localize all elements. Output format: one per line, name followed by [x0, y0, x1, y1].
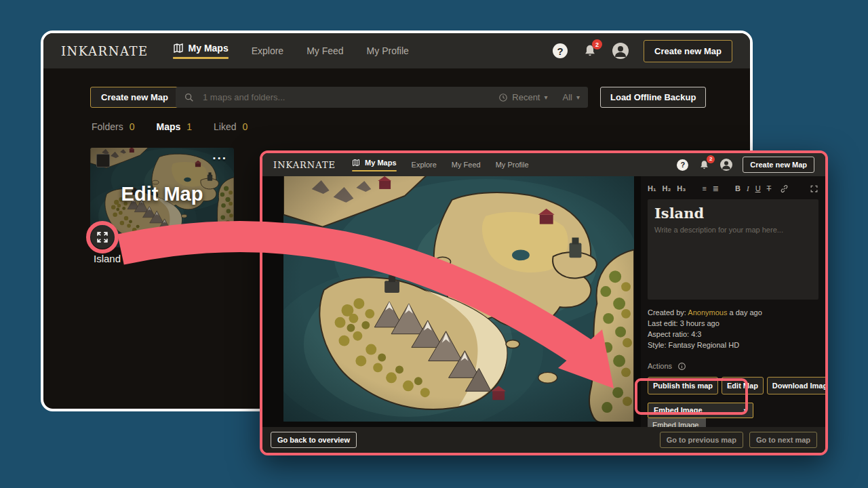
top-nav: INKARNATE My Maps Explore My Feed My Pro… [262, 153, 825, 176]
create-new-map-button[interactable]: Create new Map [644, 40, 732, 62]
description-editor[interactable]: Island Write a description for your map … [648, 199, 818, 300]
sort-dropdown[interactable]: Recent ▾ [498, 92, 547, 102]
bold-icon[interactable]: B [735, 185, 741, 192]
map-preview-area [262, 176, 641, 427]
embed-select-value: Embed Image [654, 406, 703, 414]
caret-down-icon: ▾ [544, 94, 547, 101]
card-expand-button[interactable] [91, 226, 114, 249]
actions-label: Actions [648, 362, 672, 370]
link-icon[interactable] [780, 184, 789, 193]
map-metadata: Created by: Anonymous a day ago Last edi… [648, 308, 818, 351]
create-new-map-button-secondary[interactable]: Create new Map [90, 87, 179, 108]
inkarnate-logo[interactable]: INKARNATE [273, 160, 336, 170]
user-avatar[interactable] [720, 159, 732, 171]
heading1-icon[interactable]: H₁ [648, 185, 656, 192]
collection-tabs: Folders 0 Maps 1 Liked 0 [92, 121, 248, 132]
tab-folders[interactable]: Folders 0 [92, 121, 134, 132]
help-icon[interactable]: ? [553, 43, 568, 58]
inkarnate-logo[interactable]: INKARNATE [61, 44, 149, 58]
liked-count: 0 [243, 121, 248, 132]
nav-item-my-feed[interactable]: My Feed [452, 161, 481, 169]
edit-map-button[interactable]: Edit Map [722, 377, 764, 394]
info-icon[interactable] [677, 362, 686, 371]
created-by-line: Created by: Anonymous a day ago [648, 308, 818, 319]
description-format-toolbar: H₁ H₂ H₃ ≡ ≣ B I U Ŧ [648, 183, 818, 194]
map-card-title: Island [94, 253, 121, 264]
detail-footer: Go back to overview Go to previous map G… [262, 427, 825, 453]
action-buttons: Publish this map Edit Map Download Image [648, 377, 818, 394]
nav-item-explore[interactable]: Explore [412, 161, 437, 169]
strikethrough-icon[interactable]: Ŧ [767, 185, 772, 192]
active-tab-underline [352, 170, 396, 171]
card-menu-dots[interactable]: ... [212, 148, 227, 163]
nav-right-group: ? 2 Create new Map [677, 157, 814, 173]
map-title: Island [654, 205, 812, 222]
map-info-panel: H₁ H₂ H₃ ≡ ≣ B I U Ŧ Island Write a desc… [641, 176, 825, 427]
filter-label: All [563, 92, 572, 102]
search-icon [184, 92, 195, 103]
go-to-next-map-button[interactable]: Go to next map [749, 432, 817, 448]
notifications-bell[interactable]: 2 [698, 159, 710, 171]
search-filters: Recent ▾ All ▾ [498, 92, 580, 102]
maximize-panel-button[interactable] [810, 184, 818, 193]
creator-link[interactable]: Anonymous [688, 308, 727, 317]
actions-section: Actions [648, 362, 818, 371]
italic-icon[interactable]: I [747, 185, 749, 192]
person-icon [720, 159, 732, 171]
chevron-down-icon: ▾ [744, 407, 747, 414]
edit-map-overlay-label[interactable]: Edit Map [90, 183, 234, 205]
tab-liked[interactable]: Liked 0 [214, 121, 248, 132]
detail-body: H₁ H₂ H₃ ≡ ≣ B I U Ŧ Island Write a desc… [262, 176, 825, 427]
notification-badge: 2 [592, 39, 602, 49]
folders-count: 0 [130, 121, 135, 132]
heading2-icon[interactable]: H₂ [663, 185, 671, 192]
card-last-edit: Last edit 3 hours ago [158, 235, 228, 243]
top-nav: INKARNATE My Maps Explore My Feed My Pro… [43, 33, 750, 68]
search-bar: Recent ▾ All ▾ [176, 87, 588, 108]
style-line: Style: Fantasy Regional HD [648, 340, 818, 351]
sort-label: Recent [512, 92, 540, 102]
nav-item-my-maps[interactable]: My Maps [352, 159, 396, 171]
nav-item-my-maps[interactable]: My Maps [173, 43, 229, 59]
nav-item-explore[interactable]: Explore [252, 45, 283, 56]
nav-menu: My Maps Explore My Feed My Profile [352, 159, 528, 171]
go-back-to-overview-button[interactable]: Go back to overview [271, 432, 357, 448]
notifications-bell[interactable]: 2 [583, 43, 597, 58]
create-new-map-button[interactable]: Create new Map [743, 157, 814, 173]
search-input[interactable] [201, 92, 498, 103]
help-icon[interactable]: ? [677, 159, 688, 171]
download-image-button[interactable]: Download Image [767, 377, 828, 394]
tab-maps[interactable]: Maps 1 [156, 121, 192, 132]
maps-count: 1 [186, 121, 192, 132]
nav-item-my-feed[interactable]: My Feed [307, 45, 343, 56]
numbered-list-icon[interactable]: ≣ [713, 185, 719, 192]
go-to-previous-map-button[interactable]: Go to previous map [660, 432, 743, 448]
nav-item-my-profile[interactable]: My Profile [496, 161, 529, 169]
corner-brackets-icon [810, 184, 818, 193]
map-icon [352, 159, 360, 167]
map-detail-window: INKARNATE My Maps Explore My Feed My Pro… [260, 150, 828, 455]
filter-dropdown[interactable]: All ▾ [563, 92, 580, 102]
notification-badge: 2 [707, 155, 715, 163]
nav-menu: My Maps Explore My Feed My Profile [173, 43, 409, 59]
card-select-checkbox[interactable] [96, 154, 110, 167]
description-placeholder: Write a description for your map here... [654, 226, 812, 234]
map-image[interactable] [283, 176, 634, 422]
aspect-ratio-line: Aspect ratio: 4:3 [648, 329, 818, 340]
heading3-icon[interactable]: H₃ [677, 185, 686, 192]
user-avatar[interactable] [612, 43, 629, 59]
underline-icon[interactable]: U [755, 185, 761, 192]
last-edit-line: Last edit: 3 hours ago [648, 319, 818, 329]
bullet-list-icon[interactable]: ≡ [702, 185, 706, 192]
expand-arrows-icon [95, 230, 110, 245]
nav-item-my-profile[interactable]: My Profile [367, 45, 409, 56]
map-icon [173, 43, 184, 54]
load-offline-backup-button[interactable]: Load Offline Backup [600, 87, 706, 108]
clock-icon [498, 93, 508, 102]
publish-map-button[interactable]: Publish this map [648, 377, 718, 394]
caret-down-icon: ▾ [576, 94, 580, 101]
nav-item-label: My Maps [365, 159, 396, 167]
active-tab-underline [173, 57, 229, 59]
embed-select[interactable]: Embed Image ▾ [648, 403, 753, 418]
nav-right-group: ? 2 Create new Map [553, 40, 732, 62]
